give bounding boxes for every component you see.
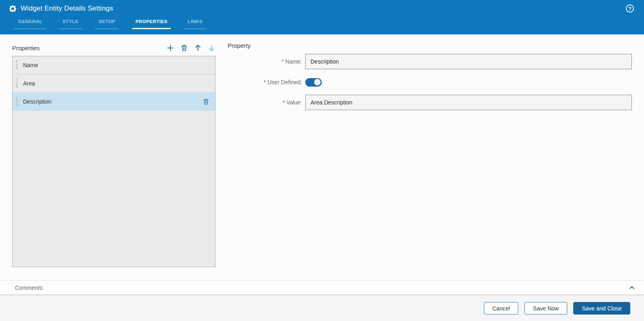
user-defined-field-row: *User Defined: <box>228 78 632 87</box>
user-defined-field-label: *User Defined: <box>228 79 305 85</box>
tab-general[interactable]: GENERAL <box>15 19 46 29</box>
arrow-down-icon <box>208 44 215 52</box>
chevron-up-icon[interactable] <box>629 285 635 291</box>
trash-icon <box>203 98 209 105</box>
tab-links[interactable]: LINKS <box>184 19 206 29</box>
drag-handle-icon[interactable] <box>16 60 18 70</box>
property-form-title: Property <box>228 42 632 49</box>
delete-property-button[interactable] <box>180 44 188 52</box>
list-item-label: Area <box>23 80 209 87</box>
toggle-knob <box>314 79 321 85</box>
value-field-label: *Value: <box>228 99 305 106</box>
row-delete-button[interactable] <box>203 98 209 105</box>
required-marker: * <box>281 58 283 65</box>
list-item-label: Description <box>23 98 203 105</box>
comments-label: Comments: <box>15 285 44 291</box>
list-item-name[interactable]: Name <box>13 56 215 74</box>
gear-icon <box>9 5 17 13</box>
help-circle-icon[interactable]: ? <box>626 4 634 13</box>
properties-panel-title: Properties <box>12 45 40 51</box>
cancel-button[interactable]: Cancel <box>484 302 519 315</box>
footer-actions: Cancel Save Now Save and Close <box>0 295 644 321</box>
value-field-row: *Value: <box>228 95 632 110</box>
tab-style[interactable]: STYLE <box>59 19 82 29</box>
properties-list: Name Area Description <box>12 56 215 267</box>
name-field[interactable] <box>305 54 632 69</box>
comments-bar[interactable]: Comments: <box>0 280 644 295</box>
drag-handle-icon[interactable] <box>16 79 18 88</box>
required-marker: * <box>283 99 285 106</box>
list-item-description[interactable]: Description <box>13 93 215 111</box>
title-row: Widget Entity Details Settings <box>0 0 644 13</box>
name-field-row: *Name: <box>228 54 632 69</box>
add-property-button[interactable] <box>167 44 174 52</box>
move-down-button[interactable] <box>208 44 215 52</box>
tab-bar: GENERAL STYLE SETUP PROPERTIES LINKS <box>15 19 220 29</box>
tab-setup[interactable]: SETUP <box>95 19 118 29</box>
save-now-button[interactable]: Save Now <box>524 302 567 315</box>
arrow-up-icon <box>194 44 202 52</box>
save-and-close-button[interactable]: Save and Close <box>573 302 630 315</box>
move-up-button[interactable] <box>194 44 202 52</box>
drag-handle-icon[interactable] <box>16 97 18 106</box>
trash-icon <box>180 44 188 52</box>
dialog-header: Widget Entity Details Settings ? GENERAL… <box>0 0 644 34</box>
required-marker: * <box>264 79 266 85</box>
plus-icon <box>167 44 174 52</box>
user-defined-toggle[interactable] <box>305 78 322 87</box>
tab-properties[interactable]: PROPERTIES <box>132 19 171 29</box>
value-field[interactable] <box>305 95 632 110</box>
properties-panel: Properties Name Area Descri <box>12 42 215 267</box>
properties-toolbar <box>167 44 215 52</box>
property-form: Property *Name: *User Defined: *Value: <box>228 42 632 110</box>
list-item-label: Name <box>23 62 209 68</box>
list-item-area[interactable]: Area <box>13 74 215 93</box>
name-field-label: *Name: <box>228 58 305 65</box>
page-title: Widget Entity Details Settings <box>21 4 113 13</box>
properties-panel-header: Properties <box>12 42 215 53</box>
